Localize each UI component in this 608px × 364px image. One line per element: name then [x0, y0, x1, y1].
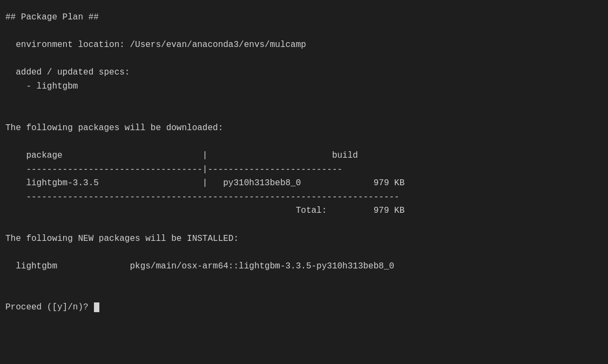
- terminal-window: ## Package Plan ## environment location:…: [5, 11, 603, 353]
- terminal-line-following: The following packages will be downloade…: [5, 122, 603, 136]
- terminal-line-blank3: [5, 94, 603, 108]
- terminal-line-header: ## Package Plan ##: [5, 11, 603, 25]
- terminal-cursor: [94, 302, 99, 312]
- terminal-line-added: added / updated specs:: [5, 66, 603, 80]
- terminal-line-env: environment location: /Users/evan/anacon…: [5, 38, 603, 52]
- terminal-line-blank6: [5, 218, 603, 232]
- terminal-line-blank1: [5, 25, 603, 39]
- terminal-line-spec: - lightgbm: [5, 80, 603, 94]
- terminal-line-blank5: [5, 135, 603, 149]
- terminal-table-sep1: ----------------------------------|-----…: [5, 163, 603, 177]
- terminal-line-blank8: [5, 273, 603, 287]
- terminal-table-row1: lightgbm-3.3.5 | py310h313beb8_0 979 KB: [5, 177, 603, 191]
- terminal-line-proceed[interactable]: Proceed ([y]/n)?: [5, 301, 603, 315]
- terminal-table-sep2: ----------------------------------------…: [5, 191, 603, 205]
- terminal-table-total: Total: 979 KB: [5, 204, 603, 218]
- terminal-line-install: lightgbm pkgs/main/osx-arm64::lightgbm-3…: [5, 260, 603, 274]
- terminal-line-blank7: [5, 246, 603, 260]
- terminal-line-blank9: [5, 287, 603, 301]
- terminal-line-new-packages: The following NEW packages will be INSTA…: [5, 232, 603, 246]
- terminal-line-blank2: [5, 52, 603, 66]
- terminal-table-header: package | build: [5, 149, 603, 163]
- terminal-line-blank4: [5, 107, 603, 122]
